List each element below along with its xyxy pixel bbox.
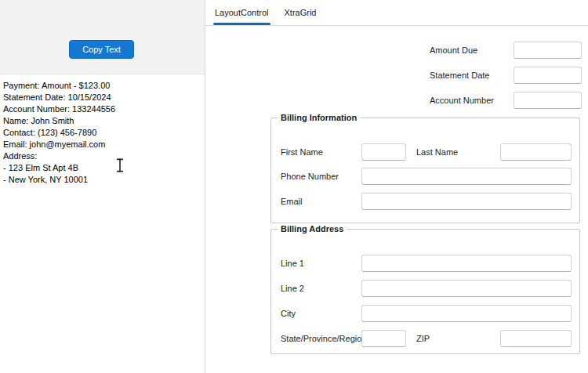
account-number-label: Account Number [430, 92, 494, 109]
statement-date-label: Statement Date [430, 67, 489, 84]
first-name-label: First Name [281, 143, 323, 161]
memo-line: Name: John Smith [3, 115, 201, 127]
tab-bar: LayoutControl XtraGrid [205, 0, 588, 26]
statement-date-input[interactable] [514, 67, 582, 84]
first-name-input[interactable] [361, 143, 406, 161]
tab-xtragrid[interactable]: XtraGrid [283, 0, 318, 25]
billing-address-title: Billing Address [278, 223, 347, 235]
form-panel: LayoutControl XtraGrid Amount Due Statem… [205, 0, 588, 373]
memo-line: - New York, NY 10001 [3, 174, 201, 186]
left-panel: Copy Text Payment: Amount - $123.00 Stat… [0, 0, 205, 373]
billing-information-group: Billing Information First Name Last Name… [270, 118, 580, 223]
zip-label: ZIP [416, 330, 430, 347]
amount-due-input[interactable] [514, 42, 582, 59]
city-input[interactable] [361, 305, 572, 322]
payment-info-text[interactable]: Payment: Amount - $123.00 Statement Date… [0, 74, 205, 186]
email-label: Email [281, 193, 303, 210]
memo-line: Statement Date: 10/15/2024 [3, 92, 201, 103]
zip-input[interactable] [500, 330, 572, 347]
billing-address-group: Billing Address Line 1 Line 2 City State… [270, 229, 580, 354]
city-label: City [281, 305, 296, 322]
line1-input[interactable] [361, 255, 572, 272]
memo-line: Contact: (123) 456-7890 [3, 127, 201, 139]
memo-line: Address: [3, 150, 201, 162]
memo-line: Email: john@myemail.com [3, 139, 201, 150]
line2-label: Line 2 [281, 280, 304, 297]
memo-line: Account Number: 133244556 [3, 103, 201, 115]
billing-information-title: Billing Information [278, 112, 360, 124]
text-cursor-icon [115, 158, 125, 172]
last-name-label: Last Name [416, 143, 458, 161]
tab-layoutcontrol[interactable]: LayoutControl [213, 0, 270, 25]
state-province-region-input[interactable] [361, 330, 406, 347]
line2-input[interactable] [361, 280, 572, 297]
phone-number-label: Phone Number [281, 168, 339, 185]
amount-due-label: Amount Due [430, 42, 477, 59]
last-name-input[interactable] [500, 143, 572, 161]
line1-label: Line 1 [281, 255, 304, 272]
state-province-region-label: State/Province/Region [281, 330, 366, 347]
memo-line: Payment: Amount - $123.00 [3, 80, 201, 92]
memo-line: - 123 Elm St Apt 4B [3, 162, 201, 174]
left-panel-header: Copy Text [0, 0, 205, 74]
email-input[interactable] [361, 193, 572, 210]
copy-text-button[interactable]: Copy Text [69, 40, 134, 59]
phone-number-input[interactable] [361, 168, 572, 185]
account-number-input[interactable] [514, 92, 582, 109]
